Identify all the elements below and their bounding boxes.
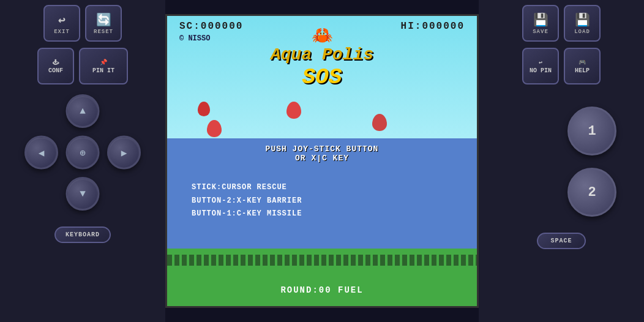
help-button[interactable]: 🎮 HELP bbox=[564, 48, 601, 84]
action-buttons-area: 1 2 bbox=[500, 100, 623, 223]
save-label: SAVE bbox=[533, 29, 549, 35]
game-instructions: PUSH JOY-STICK BUTTON OR X|C KEY bbox=[167, 144, 477, 163]
action-2-label: 2 bbox=[588, 185, 596, 200]
action-1-label: 1 bbox=[588, 124, 596, 139]
no-pin-icon: ↩ bbox=[539, 59, 542, 66]
conf-label: CONF bbox=[48, 67, 63, 74]
no-pin-label: NO PIN bbox=[530, 67, 552, 74]
balloon-4 bbox=[372, 114, 387, 131]
game-screen-container: SC:000000 HI:000000 © NISSO 🦀 Aqua Polis… bbox=[165, 5, 479, 317]
enemy-sprite: 🦀 bbox=[312, 25, 333, 46]
load-button[interactable]: 💾 LOAD bbox=[564, 5, 601, 42]
pin-it-button[interactable]: 📌 PIN IT bbox=[79, 48, 128, 84]
game-copyright: © NISSO bbox=[179, 34, 210, 43]
game-controls-info: STICK:CURSOR RESCUE BUTTON-2:X-KEY BARRI… bbox=[167, 181, 477, 221]
control-info-3: BUTTON-1:C-KEY MISSILE bbox=[192, 208, 452, 221]
control-info-1: STICK:CURSOR RESCUE bbox=[192, 181, 452, 195]
pin-it-label: PIN IT bbox=[92, 67, 114, 74]
balloon-1 bbox=[207, 120, 222, 137]
round-fuel-display: ROUND:00 FUEL bbox=[280, 285, 363, 295]
right-second-row: ↩ NO PIN 🎮 HELP bbox=[522, 48, 601, 84]
dpad-up-button[interactable]: ▲ bbox=[66, 94, 100, 128]
save-icon: 💾 bbox=[533, 12, 549, 28]
load-label: LOAD bbox=[574, 29, 590, 35]
pin-icon: 📌 bbox=[100, 59, 107, 66]
action-button-1[interactable]: 1 bbox=[567, 107, 616, 155]
game-title-aqua: Aqua Polis bbox=[271, 45, 373, 64]
instruction-line1: PUSH JOY-STICK BUTTON bbox=[167, 144, 477, 154]
dpad: ▲ ◀ ⊕ ▶ ▼ bbox=[24, 94, 141, 211]
help-label: HELP bbox=[575, 67, 590, 74]
reset-button[interactable]: 🔄 RESET bbox=[85, 5, 122, 42]
keyboard-label: KEYBOARD bbox=[66, 231, 100, 238]
exit-label: EXIT bbox=[54, 29, 70, 35]
main-container: ↩ EXIT 🔄 RESET 🕹 CONF 📌 PIN IT ▲ ◀ bbox=[0, 0, 644, 322]
control-info-2: BUTTON-2:X-KEY BARRIER bbox=[192, 195, 452, 208]
left-panel: ↩ EXIT 🔄 RESET 🕹 CONF 📌 PIN IT ▲ ◀ bbox=[0, 0, 165, 322]
space-button[interactable]: SPACE bbox=[537, 233, 585, 249]
exit-icon: ↩ bbox=[58, 12, 66, 28]
conf-pin-row: 🕹 CONF 📌 PIN IT bbox=[37, 48, 128, 84]
hi-score-display: HI:000000 bbox=[401, 21, 465, 32]
action-button-2[interactable]: 2 bbox=[567, 168, 616, 217]
exit-button[interactable]: ↩ EXIT bbox=[43, 5, 80, 42]
dpad-left-button[interactable]: ◀ bbox=[24, 136, 58, 170]
top-buttons-row: ↩ EXIT 🔄 RESET bbox=[43, 5, 122, 42]
space-label: SPACE bbox=[550, 238, 572, 244]
conf-button[interactable]: 🕹 CONF bbox=[37, 48, 74, 84]
game-screen: SC:000000 HI:000000 © NISSO 🦀 Aqua Polis… bbox=[165, 14, 479, 308]
instruction-line2: OR X|C KEY bbox=[167, 154, 477, 163]
conf-icon: 🕹 bbox=[53, 59, 59, 66]
dpad-area: ▲ ◀ ⊕ ▶ ▼ bbox=[21, 94, 144, 217]
score-display: SC:000000 bbox=[179, 21, 243, 32]
dpad-down-button[interactable]: ▼ bbox=[66, 177, 100, 211]
no-pin-button[interactable]: ↩ NO PIN bbox=[522, 48, 559, 84]
reset-label: RESET bbox=[94, 29, 113, 35]
reset-icon: 🔄 bbox=[96, 12, 111, 28]
dpad-right-button[interactable]: ▶ bbox=[107, 136, 141, 170]
fence-line bbox=[167, 255, 477, 266]
game-title-sos: SOS bbox=[302, 65, 342, 90]
dpad-center-button[interactable]: ⊕ bbox=[66, 136, 100, 170]
keyboard-button[interactable]: KEYBOARD bbox=[54, 227, 111, 243]
help-icon: 🎮 bbox=[578, 59, 586, 66]
balloon-3 bbox=[198, 102, 210, 116]
right-panel: 💾 SAVE 💾 LOAD ↩ NO PIN 🎮 HELP 1 bbox=[479, 0, 644, 322]
balloon-2 bbox=[286, 102, 301, 119]
right-top-row: 💾 SAVE 💾 LOAD bbox=[522, 5, 601, 42]
load-icon: 💾 bbox=[575, 12, 590, 28]
save-button[interactable]: 💾 SAVE bbox=[522, 5, 559, 42]
